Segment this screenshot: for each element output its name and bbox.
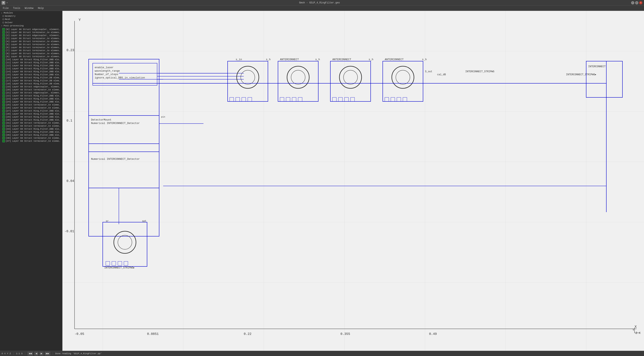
menu-help[interactable]: Help	[36, 6, 46, 10]
layer-checkbox-31[interactable]: ✓	[2, 122, 5, 124]
layer-checkbox-24[interactable]: ✓	[2, 101, 5, 103]
layer-checkbox-32[interactable]: ✓	[2, 125, 5, 127]
layer-item-25[interactable]: ✓[25] Layer 68 Struct terminator_te elem…	[0, 103, 62, 106]
layer-item-14[interactable]: ✓[14] Layer 68 Struct Ring_Filter_DB$ el…	[0, 70, 62, 73]
playback-forward[interactable]: ▶▶	[45, 352, 50, 356]
layer-checkbox-25[interactable]: ✓	[2, 104, 5, 106]
layer-item-20[interactable]: ✓[20] Layer 68 Struct terminator_te elem…	[0, 88, 62, 91]
layer-item-33[interactable]: ✓[33] Layer 68 Struct Ring_Filter_DB$ el…	[0, 127, 62, 130]
layer-checkbox-17[interactable]: ✓	[2, 79, 5, 82]
menu-tools[interactable]: Tools	[11, 6, 22, 10]
layer-item-4[interactable]: ✓[4] Layer 66 Struct terminator_te eleme…	[0, 40, 62, 43]
layer-checkbox-29[interactable]: ✓	[2, 116, 5, 118]
layer-checkbox-35[interactable]: ✓	[2, 134, 5, 136]
layer-checkbox-4[interactable]: ✓	[2, 40, 5, 43]
layer-item-8[interactable]: ✓[8] Layer 66 Struct terminator_te eleme…	[0, 52, 62, 55]
maximize-button[interactable]: □	[635, 1, 638, 4]
tree-modules[interactable]: ▸ Modules	[0, 11, 62, 14]
layer-item-23[interactable]: ✓[23] Layer 68 Struct Ring_Filter_DB$ el…	[0, 97, 62, 100]
layer-checkbox-30[interactable]: ✓	[2, 119, 5, 121]
layer-checkbox-36[interactable]: ✓	[2, 137, 5, 139]
close-button[interactable]: ×	[639, 1, 642, 4]
layer-item-18[interactable]: ✓[18] Layer 68 Struct Ring_Filter_DB ele…	[0, 82, 62, 85]
layer-checkbox-6[interactable]: ✓	[2, 46, 5, 49]
layer-item-16[interactable]: ✓[16] Layer 68 Struct Ring_Filter_DB ele…	[0, 76, 62, 79]
sidebar[interactable]: ▸ Modules Geometry Mesh Solver ▾ Post-pr…	[0, 11, 62, 351]
layer-item-0[interactable]: ✓[0] Layer 66 Struct edgecoupler_ elemen…	[0, 28, 62, 31]
menu-file[interactable]: File	[1, 6, 11, 10]
layer-item-27[interactable]: ✓[27] Layer 68 Struct Ring_Filter_DB$ el…	[0, 109, 62, 112]
layer-checkbox-37[interactable]: ✓	[2, 140, 5, 142]
layer-checkbox-18[interactable]: ✓	[2, 82, 5, 85]
layer-item-5[interactable]: ✓[5] Layer 66 Struct terminator_te eleme…	[0, 43, 62, 46]
layer-item-12[interactable]: ✓[12] Layer 68 Struct Ring_Filter_DB$ el…	[0, 64, 62, 67]
layer-checkbox-8[interactable]: ✓	[2, 52, 5, 55]
layer-item-21[interactable]: ✓[21] Layer 68 Struct edgecoupler_ eleme…	[0, 91, 62, 94]
layer-checkbox-9[interactable]: ✓	[2, 55, 5, 58]
layer-item-1[interactable]: ✓[1] Layer 66 Struct terminator_te eleme…	[0, 31, 62, 34]
layer-item-36[interactable]: ✓[36] Layer 68 Struct terminator_te elem…	[0, 136, 62, 139]
layer-item-7[interactable]: ✓[7] Layer 66 Struct terminator_te eleme…	[0, 49, 62, 52]
layer-checkbox-28[interactable]: ✓	[2, 113, 5, 115]
layer-checkbox-33[interactable]: ✓	[2, 128, 5, 130]
layer-item-34[interactable]: ✓[34] Layer 68 Struct Ring_Filter_DB$ el…	[0, 130, 62, 133]
dropdown-arrow[interactable]: ▾	[6, 1, 8, 4]
tree-solver[interactable]: Solver	[0, 21, 62, 24]
layer-checkbox-5[interactable]: ✓	[2, 43, 5, 46]
diagram-svg: Y X 0.23 0.1 0.04 -0.01 -0.05 0.0851 0.2…	[62, 11, 644, 351]
layer-item-19[interactable]: ✓[19] Layer 68 Struct edgecoupler_ eleme…	[0, 85, 62, 88]
layer-checkbox-10[interactable]: ✓	[2, 58, 5, 61]
playback-play[interactable]: ▶	[40, 352, 43, 356]
layer-checkbox-14[interactable]: ✓	[2, 70, 5, 73]
layer-item-2[interactable]: ✓[2] Layer 66 Struct edgecoupler_ elemen…	[0, 34, 62, 37]
layer-checkbox-12[interactable]: ✓	[2, 64, 5, 67]
layer-item-10[interactable]: ✓[10] Layer 68 Struct Ring_Filter_DB$ el…	[0, 58, 62, 61]
layer-checkbox-26[interactable]: ✓	[2, 107, 5, 109]
layer-item-17[interactable]: ✓[17] Layer 68 Struct Ring_Filter_DB ele…	[0, 79, 62, 82]
layer-checkbox-22[interactable]: ✓	[2, 95, 5, 97]
viewport[interactable]: Y X 0.23 0.1 0.04 -0.01 -0.05 0.0851 0.2…	[62, 11, 644, 351]
layer-item-15[interactable]: ✓[15] Layer 68 Struct Ring_Filter_DB$ el…	[0, 73, 62, 76]
layer-item-29[interactable]: ✓[29] Layer 68 Struct Ring_Filter_DB$ el…	[0, 115, 62, 118]
layer-checkbox-13[interactable]: ✓	[2, 67, 5, 70]
layer-checkbox-23[interactable]: ✓	[2, 98, 5, 100]
menu-window[interactable]: Window	[23, 6, 36, 10]
tree-geometry[interactable]: Geometry	[0, 14, 62, 18]
minimize-button[interactable]: −	[631, 1, 634, 4]
layer-item-30[interactable]: ✓[30] Layer 68 Struct Ring_Filter_DB$ el…	[0, 118, 62, 121]
playback-prev[interactable]: ◀	[34, 352, 38, 356]
tree-mesh[interactable]: Mesh	[0, 18, 62, 21]
playback-rewind[interactable]: ◀◀	[28, 352, 33, 356]
layer-item-22[interactable]: ✓[22] Layer 68 Struct Ring_Filter_DB$ el…	[0, 94, 62, 97]
layer-item-9[interactable]: ✓[9] Layer 66 Struct terminator_te eleme…	[0, 55, 62, 58]
layer-checkbox-7[interactable]: ✓	[2, 49, 5, 52]
layer-checkbox-0[interactable]: ✓	[2, 28, 5, 30]
layer-item-28[interactable]: ✓[28] Layer 68 Struct Ring_Filter_DB$ el…	[0, 112, 62, 115]
layer-checkbox-21[interactable]: ✓	[2, 92, 5, 94]
layer-item-6[interactable]: ✓[6] Layer 66 Struct terminator_te eleme…	[0, 46, 62, 49]
layer-item-24[interactable]: ✓[24] Layer 68 Struct Ring_Filter_DB$ el…	[0, 100, 62, 103]
layer-checkbox-19[interactable]: ✓	[2, 85, 5, 88]
layer-item-35[interactable]: ✓[35] Layer 68 Struct Ring_Filter_DB$ el…	[0, 133, 62, 136]
layer-label-2: [2] Layer 66 Struct edgecoupler_ element…	[6, 34, 62, 37]
layer-item-37[interactable]: ✓[37] Layer 68 Struct terminator_te elem…	[0, 139, 62, 142]
layer-item-13[interactable]: ✓[13] Layer 68 Struct Ring_Filter_DB$ el…	[0, 67, 62, 70]
layer-checkbox-3[interactable]: ✓	[2, 37, 5, 40]
layer-item-26[interactable]: ✓[26] Layer 68 Struct terminator_te elem…	[0, 106, 62, 109]
layer-item-32[interactable]: ✓[32] Layer 68 Struct terminator_te elem…	[0, 124, 62, 127]
layer-checkbox-34[interactable]: ✓	[2, 131, 5, 133]
layer-item-11[interactable]: ✓[11] Layer 68 Struct Ring_Filter_DB$ el…	[0, 61, 62, 64]
layer-item-3[interactable]: ✓[3] Layer 66 Struct terminator_te eleme…	[0, 37, 62, 40]
svg-text:INTERCONNECT_STRIPWG: INTERCONNECT_STRIPWG	[465, 70, 494, 73]
layer-checkbox-16[interactable]: ✓	[2, 76, 5, 79]
layer-checkbox-27[interactable]: ✓	[2, 110, 5, 112]
layer-item-31[interactable]: ✓[31] Layer 68 Struct terminator_te elem…	[0, 121, 62, 124]
layer-checkbox-2[interactable]: ✓	[2, 34, 5, 37]
tree-postprocessing[interactable]: ▾ Post-processing	[0, 24, 62, 27]
layer-checkbox-15[interactable]: ✓	[2, 73, 5, 76]
layer-checkbox-20[interactable]: ✓	[2, 88, 5, 91]
layer-checkbox-1[interactable]: ✓	[2, 31, 5, 34]
layer-checkbox-11[interactable]: ✓	[2, 61, 5, 64]
layer-label-4: [4] Layer 66 Struct terminator_te elemen…	[6, 40, 62, 43]
svg-text:0.22: 0.22	[244, 332, 252, 336]
